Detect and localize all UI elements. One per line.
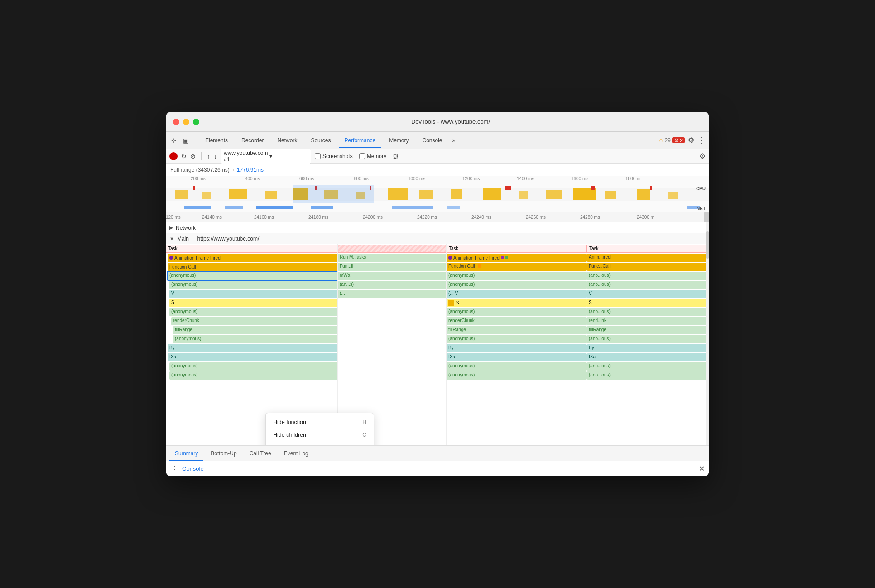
s-bar-1[interactable]: S [169,299,337,307]
anim-bar-1[interactable]: Animation Frame Fired [168,254,337,262]
task-bar-2[interactable]: Task [447,245,587,253]
anon-bar-4[interactable]: (anonymous) [173,335,337,343]
s-bar-2[interactable]: S [447,299,587,307]
anon-bar-6[interactable]: (anonymous) [169,371,337,380]
anon-bar-3-4[interactable]: (ano...ous) [587,335,709,343]
anon-bar-2-6[interactable]: (anonymous) [447,371,587,380]
more-icon[interactable]: ⋮ [697,135,706,145]
scroll-track[interactable] [706,244,709,445]
ixa-bar-1[interactable]: IXa [168,353,337,361]
dots-bar[interactable]: (... [338,290,446,298]
by-bar-1[interactable]: By [168,344,337,352]
ctx-hide-function[interactable]: Hide function H [266,416,374,429]
ruler-24280: 24280 ms [580,215,600,220]
ctx-hide-children[interactable]: Hide children C [266,429,374,441]
anon-bar-2-5[interactable]: (anonymous) [447,362,587,371]
download-icon[interactable]: ↓ [214,153,217,160]
tab-recorder[interactable]: Recorder [236,133,269,148]
task-bar-3[interactable]: Task [587,245,709,253]
render-bar-3[interactable]: rend...nk_ [587,317,709,325]
scroll-thumb[interactable] [706,244,709,259]
ans-bar[interactable]: (an...s) [338,281,446,289]
render-bar-2[interactable]: renderChunk_ [447,317,587,325]
ixa-bar-3[interactable]: IXa [587,353,709,361]
memory-checkbox-label[interactable]: Memory [359,153,386,159]
v-bar-1[interactable]: V [169,290,337,298]
overview-area[interactable]: 200 ms 400 ms 600 ms 800 ms 1000 ms 1200… [166,176,709,212]
device-icon[interactable]: ▣ [181,136,190,145]
func-bar-1[interactable]: Function Call [168,263,337,271]
anon-bar-2[interactable]: (anonymous) [169,281,337,289]
network-row[interactable]: ▶ Network [166,222,709,233]
func-bar-3[interactable]: Func...Call [587,263,709,271]
fill-bar-1[interactable]: fillRange_ [173,326,337,334]
mwa-bar[interactable]: mWa [338,272,446,280]
mini-mark-1600: 1600 ms [571,176,588,181]
task-bar-striped[interactable] [338,245,446,253]
tab-more[interactable]: » [452,137,456,144]
anon-bar-3-2[interactable]: (ano...ous) [587,281,709,289]
anon-bar-3-5[interactable]: (ano...ous) [587,362,709,371]
console-tab[interactable]: Console [182,461,204,477]
network-expand-icon[interactable]: ▶ [169,225,173,231]
url-dropdown-icon[interactable]: ▾ [269,153,308,159]
anon-bar-3-3[interactable]: (ano...ous) [587,308,709,316]
tab-elements[interactable]: Elements [200,133,233,148]
tab-network[interactable]: Network [272,133,303,148]
maximize-button[interactable] [193,119,199,125]
anon-bar-1-selected[interactable]: (anonymous) [168,272,337,280]
record-button[interactable] [169,152,178,160]
anon-bar-5[interactable]: (anonymous) [169,362,337,371]
ruler-24200: 24200 ms [363,215,383,220]
main-thread-header[interactable]: ▼ Main — https://www.youtube.com/ [166,233,709,244]
gear-icon[interactable]: ⚙ [688,136,694,145]
task-bar-1[interactable]: Task [166,245,337,253]
fill-bar-2[interactable]: fillRange_ [447,326,587,334]
tab-summary[interactable]: Summary [169,446,203,461]
tab-bottom-up[interactable]: Bottom-Up [205,446,242,461]
run-bar[interactable]: Run M...asks [338,254,446,262]
anon-bar-3-6[interactable]: (ano...ous) [587,371,709,380]
anon-bar-2-1[interactable]: (anonymous) [447,272,587,280]
upload-icon[interactable]: ↑ [207,153,210,160]
anon-bar-2-3[interactable]: (anonymous) [447,308,587,316]
console-close-icon[interactable]: ✕ [699,464,705,473]
screenshots-checkbox[interactable] [315,153,321,159]
close-button[interactable] [173,119,179,125]
s-bar-3[interactable]: S [587,299,709,307]
v-bar-2[interactable]: (... V [447,290,587,298]
refresh-icon[interactable]: ↻ [181,153,187,160]
func-bar-2[interactable]: Function Call [447,263,587,271]
anon-bar-3-1[interactable]: (ano...ous) [587,272,709,280]
anon-bar-3[interactable]: (anonymous) [169,308,337,316]
tab-performance[interactable]: Performance [339,133,381,148]
screenshots-checkbox-label[interactable]: Screenshots [315,153,353,159]
minimize-button[interactable] [183,119,189,125]
by-bar-3[interactable]: By [587,344,709,352]
tab-memory[interactable]: Memory [384,133,414,148]
memory-checkbox[interactable] [359,153,365,159]
fill-bar-3[interactable]: fillRange_ [587,326,709,334]
console-menu-icon[interactable]: ⋮ [170,464,178,474]
tab-call-tree[interactable]: Call Tree [244,446,277,461]
v-bar-3[interactable]: V [587,290,709,298]
main-expand-icon[interactable]: ▼ [169,236,174,241]
green-tick-2 [505,256,508,259]
render-bar-1[interactable]: renderChunk_ [171,317,337,325]
tab-sources[interactable]: Sources [305,133,336,148]
anon-bar-2-4[interactable]: (anonymous) [447,335,587,343]
tab-event-log[interactable]: Event Log [279,446,314,461]
funll-bar[interactable]: Fun...ll [338,263,446,271]
anim-bar-3[interactable]: Anim...ired [587,254,709,262]
memory-icon[interactable]: 🖳 [393,153,399,160]
url-bar[interactable]: www.youtube.com #1 ▾ [221,149,311,164]
pointer-icon[interactable]: ⊹ [169,136,178,145]
ctx-hide-repeating[interactable]: Hide repeating children R [266,441,374,445]
cancel-icon[interactable]: ⊘ [190,153,196,160]
settings-icon[interactable]: ⚙ [699,152,706,160]
anim-bar-2[interactable]: Animation Frame Fired [447,254,587,262]
ixa-bar-2[interactable]: IXa [447,353,587,361]
anon-bar-2-2[interactable]: (anonymous) [447,281,587,289]
by-bar-2[interactable]: By [447,344,587,352]
tab-console[interactable]: Console [417,133,447,148]
